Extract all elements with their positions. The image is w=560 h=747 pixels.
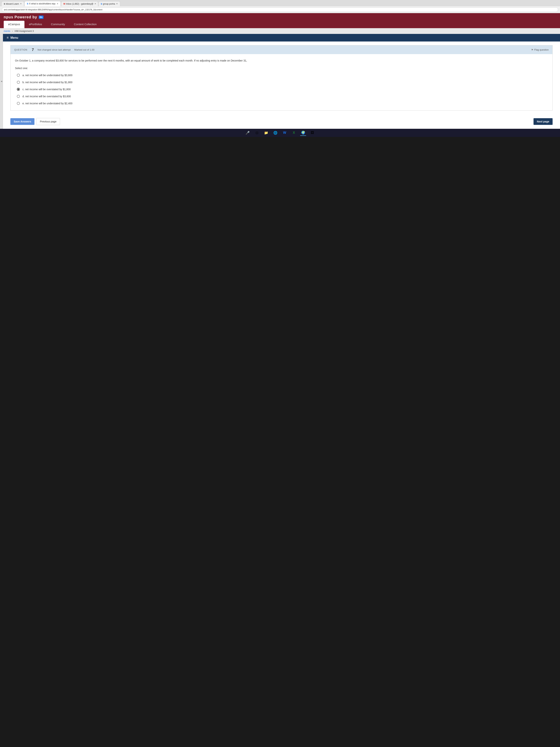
tab-icon-kboard: k: [4, 3, 5, 5]
tab-close-gmail[interactable]: ✕: [95, 3, 96, 5]
tab-bar: k kboard Learn ✕ b X what is stockholder…: [0, 0, 560, 6]
flag-icon: ⚑: [531, 48, 534, 51]
question-body: On October 1, a company received $3,600 …: [10, 54, 553, 110]
tab-icon-group: b: [101, 3, 102, 5]
breadcrumb-current: HW Assignment 3: [15, 30, 34, 32]
sidebar-arrow-icon: ◀: [1, 80, 2, 82]
question-container: QUESTION 7 Not changed since last attemp…: [10, 45, 553, 111]
tab-group[interactable]: b group portra ✕: [99, 1, 121, 6]
browser-chrome: k kboard Learn ✕ b X what is stockholder…: [0, 0, 560, 13]
breadcrumb-separator: ›: [12, 30, 13, 32]
tab-close-bblearn[interactable]: ✕: [57, 3, 58, 5]
nav-buttons: Save Answers Previous page Next page: [3, 114, 560, 129]
answer-label-e: e. net income will be understated by $2,…: [22, 102, 73, 105]
flag-question-button[interactable]: ⚑ Flag question: [531, 48, 549, 51]
question-text: On October 1, a company received $3,600 …: [15, 58, 548, 63]
flag-question-label: Flag question: [534, 48, 549, 51]
answer-label-a: a. net income will be understated by $3,…: [22, 74, 73, 77]
radio-d[interactable]: [17, 95, 20, 98]
next-page-button[interactable]: Next page: [534, 118, 553, 125]
taskbar-microphone[interactable]: 🎤: [245, 130, 250, 136]
answer-option-e[interactable]: e. net income will be understated by $2,…: [15, 100, 548, 106]
address-bar: [0, 6, 560, 13]
tab-kboard[interactable]: k kboard Learn ✕: [1, 1, 24, 6]
previous-page-button[interactable]: Previous page: [36, 118, 60, 125]
nav-tab-content-collection[interactable]: Content Collection: [70, 21, 101, 28]
menu-label: Menu: [10, 36, 18, 40]
tab-close-group[interactable]: ✕: [116, 3, 118, 5]
breadcrumb: ments › HW Assignment 3: [0, 28, 560, 34]
sidebar-handle[interactable]: ◀: [0, 34, 3, 129]
nav-tab-ecampus[interactable]: eCampus: [4, 21, 24, 28]
answer-label-c: c. net income will be overstated by $1,8…: [22, 88, 71, 91]
tab-icon-gmail: M: [63, 3, 65, 5]
tab-bblearn[interactable]: b X what is stockholders equ ✕: [24, 1, 60, 6]
brand-area: npus Powered by Bb: [4, 13, 556, 19]
answer-option-d[interactable]: d. net income will be overstated by $3,6…: [15, 93, 548, 99]
radio-e[interactable]: [17, 102, 20, 105]
top-nav: npus Powered by Bb eCampus ePortfolios C…: [0, 13, 560, 28]
select-one-label: Select one:: [15, 67, 548, 70]
radio-a[interactable]: [17, 74, 20, 77]
taskbar-excel[interactable]: X: [291, 130, 297, 136]
taskbar-ie[interactable]: 🌐: [272, 130, 278, 136]
answer-options: a. net income will be understated by $3,…: [15, 72, 548, 106]
nav-tabs: eCampus ePortfolios Community Content Co…: [4, 21, 556, 28]
tab-icon-bblearn: b: [27, 2, 28, 5]
taskbar-photos[interactable]: 🖼: [310, 130, 315, 136]
question-header: QUESTION 7 Not changed since last attemp…: [10, 45, 553, 54]
nav-tab-eportfolios[interactable]: ePortfolios: [24, 21, 47, 28]
brand-text: npus Powered by: [4, 15, 37, 19]
main-with-sidebar: ◀ ≡ Menu QUESTION 7 Not changed since la…: [0, 34, 560, 129]
radio-c[interactable]: [17, 88, 20, 91]
radio-b[interactable]: [17, 81, 20, 84]
menu-bar: ≡ Menu: [3, 34, 560, 42]
tab-gmail[interactable]: M Inbox (1,662) - galomikey@ ✕: [61, 1, 98, 6]
taskbar: 🎤 ⊡ 📁 🌐 W X 🌍 🖼: [0, 129, 560, 137]
breadcrumb-parent[interactable]: ments: [4, 30, 11, 32]
answer-label-b: b. net income will be understated by $1,…: [22, 81, 73, 84]
question-status: Not changed since last attempt: [37, 48, 71, 51]
hamburger-icon: ≡: [7, 36, 9, 40]
address-input[interactable]: [2, 7, 558, 12]
taskbar-window[interactable]: ⊡: [254, 130, 260, 136]
taskbar-word[interactable]: W: [282, 130, 288, 136]
tab-close-kboard[interactable]: ✕: [20, 3, 22, 5]
nav-tab-community[interactable]: Community: [47, 21, 70, 28]
taskbar-chrome[interactable]: 🌍: [300, 130, 306, 136]
question-number: 7: [32, 48, 34, 52]
answer-option-c[interactable]: c. net income will be overstated by $1,8…: [15, 86, 548, 92]
question-marks: Marked out of 1.00: [74, 48, 94, 51]
taskbar-fileexplorer[interactable]: 📁: [263, 130, 269, 136]
answer-label-d: d. net income will be overstated by $3,6…: [22, 95, 71, 98]
answer-option-b[interactable]: b. net income will be understated by $1,…: [15, 79, 548, 85]
question-label: QUESTION: [14, 49, 27, 51]
save-answers-button[interactable]: Save Answers: [10, 118, 34, 125]
bb-badge: Bb: [39, 16, 44, 19]
answer-option-a[interactable]: a. net income will be understated by $3,…: [15, 72, 548, 78]
main-content: ≡ Menu QUESTION 7 Not changed since last…: [3, 34, 560, 129]
page-wrapper: npus Powered by Bb eCampus ePortfolios C…: [0, 13, 560, 129]
